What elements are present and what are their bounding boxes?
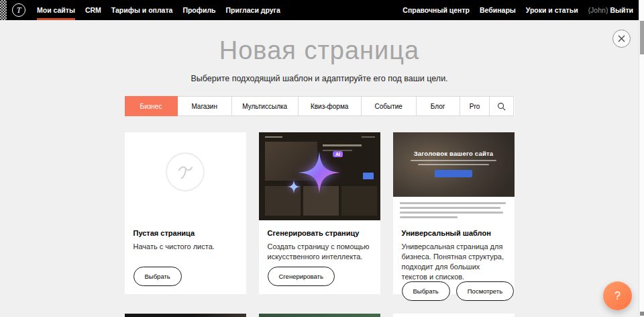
tab-shop[interactable]: Магазин	[178, 96, 232, 116]
close-icon	[618, 35, 625, 42]
universal-template-thumbnail: Заголовок вашего сайта	[393, 132, 515, 220]
window-texture	[0, 0, 7, 20]
tilda-logo[interactable]: T	[12, 3, 25, 17]
page-title: Новая страница	[0, 37, 639, 64]
tilda-watermark-ring	[166, 152, 205, 191]
tab-multilink[interactable]: Мультиссылка	[232, 96, 299, 116]
card-description: Создать страницу с помощью искусственног…	[268, 242, 372, 262]
template-card-partial[interactable]	[259, 314, 380, 317]
tab-event[interactable]: Событие	[362, 96, 417, 116]
menu-item-my-sites[interactable]: Мои сайты	[37, 0, 75, 20]
menu-item-invite-friend[interactable]: Пригласи друга	[226, 0, 280, 20]
primary-menu: Мои сайты CRM Тарифы и оплата Профиль Пр…	[37, 0, 290, 20]
username-label: (John)	[588, 6, 608, 14]
thumb-subtitle-line	[411, 160, 496, 161]
search-icon	[497, 102, 506, 111]
blank-template-thumbnail	[125, 132, 246, 220]
thumb-paragraph-line	[400, 216, 458, 218]
thumb-hero-section: Заголовок вашего сайта	[393, 132, 515, 197]
tab-business[interactable]: Бизнес	[125, 96, 178, 116]
choose-universal-button[interactable]: Выбрать	[402, 281, 450, 301]
generate-button[interactable]: Сгенерировать	[268, 267, 335, 286]
template-grid: Пустая страница Начать с чистого листа. …	[125, 132, 515, 294]
thumb-header-line	[265, 136, 282, 138]
new-page-dialog: Новая страница Выберите подходящий шабло…	[0, 20, 639, 317]
thumb-menu-line	[362, 136, 375, 138]
template-grid-next-row	[125, 314, 515, 317]
thumb-hero-title: Заголовок вашего сайта	[414, 150, 494, 157]
menu-item-crm[interactable]: CRM	[85, 0, 101, 20]
scrollbar-end-marker	[640, 312, 644, 316]
menu-item-lessons[interactable]: Уроки и статьи	[526, 6, 578, 14]
tab-quiz-form[interactable]: Квиз-форма	[299, 96, 362, 116]
tab-search[interactable]	[490, 96, 514, 116]
template-category-tabs: Бизнес Магазин Мультиссылка Квиз-форма С…	[125, 96, 515, 116]
choose-blank-button[interactable]: Выбрать	[133, 267, 182, 286]
template-card-ai-generate: AI Сгенерировать страницу Создать страни…	[259, 132, 380, 294]
card-body: Универсальный шаблон Универсальная стран…	[393, 220, 515, 309]
menu-item-webinars[interactable]: Вебинары	[480, 6, 516, 14]
template-card-partial[interactable]	[125, 314, 246, 317]
card-actions: Выбрать	[133, 267, 237, 286]
menu-item-tariffs[interactable]: Тарифы и оплата	[111, 0, 173, 20]
scrollbar-track	[639, 0, 644, 317]
card-title: Универсальный шаблон	[402, 229, 506, 237]
thumb-gallery-block	[341, 186, 377, 216]
card-body: Сгенерировать страницу Создать страницу …	[259, 220, 380, 294]
tilda-watermark-icon	[174, 161, 197, 183]
template-card-partial[interactable]	[393, 314, 515, 317]
thumb-text-section	[393, 197, 515, 220]
preview-universal-button[interactable]: Посмотреть	[456, 281, 514, 301]
thumb-blue-button	[363, 173, 374, 179]
ai-sparkle-small-icon	[286, 179, 302, 195]
tab-pro[interactable]: Pro	[460, 96, 490, 116]
ai-badge: AI	[333, 151, 343, 157]
tab-blog[interactable]: Блог	[417, 96, 460, 116]
logout-link[interactable]: Выйти	[610, 6, 633, 14]
close-button[interactable]	[612, 30, 631, 48]
card-body: Пустая страница Начать с чистого листа. …	[125, 220, 246, 294]
card-actions: Выбрать Посмотреть	[402, 281, 506, 301]
card-title: Сгенерировать страницу	[268, 229, 372, 237]
help-bubble-button[interactable]: ?	[603, 281, 632, 310]
thumb-subtitle-line	[418, 164, 489, 165]
card-title: Пустая страница	[133, 229, 237, 237]
scrollbar-thumb[interactable]	[640, 21, 644, 54]
thumb-cta-button	[435, 170, 472, 177]
secondary-menu: Справочный центр Вебинары Уроки и статьи…	[392, 6, 639, 14]
thumb-paragraph-line	[400, 202, 506, 204]
thumb-paragraph-line	[400, 212, 503, 214]
card-description: Начать с чистого листа.	[133, 242, 237, 252]
ai-template-thumbnail: AI	[259, 132, 380, 220]
card-description: Универсальная страница для бизнеса. Поня…	[402, 242, 506, 281]
user-session: (John)Выйти	[588, 6, 633, 14]
template-card-blank: Пустая страница Начать с чистого листа. …	[125, 132, 246, 294]
menu-item-profile[interactable]: Профиль	[182, 0, 215, 20]
page-subtitle: Выберите подходящий шаблон и адаптируйте…	[0, 74, 639, 83]
card-actions: Сгенерировать	[268, 267, 372, 286]
thumb-paragraph-line	[400, 207, 500, 209]
top-navigation-bar: T Мои сайты CRM Тарифы и оплата Профиль …	[0, 0, 639, 20]
menu-item-help-center[interactable]: Справочный центр	[402, 6, 470, 14]
tilda-logo-letter: T	[17, 5, 21, 15]
thumb-text-line	[323, 144, 362, 146]
template-card-universal: Заголовок вашего сайта Универсальный шаб…	[393, 132, 515, 294]
